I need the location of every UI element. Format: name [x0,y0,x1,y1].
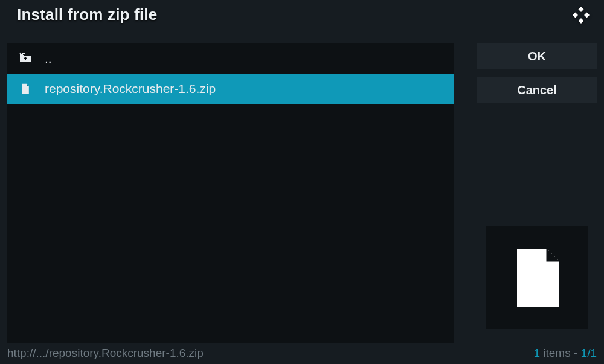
preview-thumbnail [486,226,588,329]
status-count-label: items - [540,346,581,359]
status-page: 1/1 [581,346,597,359]
list-item-label: .. [45,51,52,66]
list-item-file[interactable]: repository.Rockcrusher-1.6.zip [7,74,454,104]
file-list[interactable]: .. repository.Rockcrusher-1.6.zip [7,43,454,343]
dialog-header: Install from zip file [0,0,604,30]
status-bar: http://.../repository.Rockcrusher-1.6.zi… [7,346,597,360]
ok-button[interactable]: OK [477,43,597,69]
list-item-label: repository.Rockcrusher-1.6.zip [45,81,216,96]
file-icon [18,81,33,96]
file-preview-icon [515,249,559,307]
dialog-title: Install from zip file [17,5,157,24]
status-path: http://.../repository.Rockcrusher-1.6.zi… [7,346,204,360]
cancel-button[interactable]: Cancel [477,77,597,103]
status-count-number: 1 [533,346,540,359]
list-item-parent[interactable]: .. [7,43,454,74]
kodi-logo-icon [571,5,591,25]
side-panel: OK Cancel [477,43,597,343]
main-area: .. repository.Rockcrusher-1.6.zip OK Can… [7,43,597,343]
folder-up-icon [18,51,33,66]
status-count: 1 items - 1/1 [533,346,597,360]
